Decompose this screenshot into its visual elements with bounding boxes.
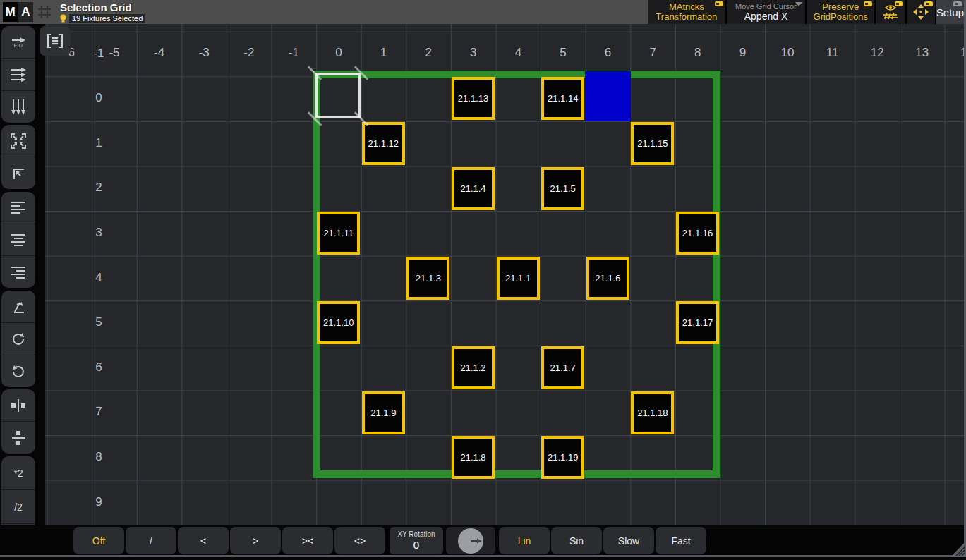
encoder-bar-button-outward[interactable]: <> — [334, 527, 385, 554]
fixture-id-label: 21.1.6 — [595, 273, 620, 284]
bulb-icon — [59, 14, 67, 23]
grid-column-label: 4 — [496, 46, 541, 60]
grid-column-label: 1 — [361, 46, 406, 60]
grid-column-label: 7 — [630, 46, 675, 60]
pack-center-icon — [10, 133, 27, 150]
encoder-bar-button-sin[interactable]: Sin — [551, 527, 602, 554]
grid-cursor-cell[interactable] — [585, 71, 631, 121]
grid-row-label: 9 — [89, 495, 109, 509]
grid-column-label: 10 — [765, 46, 810, 60]
sidebar-button-pack-center[interactable] — [1, 125, 35, 157]
fixture-cell[interactable]: 21.1.14 — [541, 77, 584, 120]
knob-icon — [457, 528, 484, 554]
fixture-cell[interactable]: 21.1.11 — [317, 212, 360, 255]
fixture-id-label: 21.1.19 — [548, 452, 578, 463]
grid-column-label: 6 — [586, 46, 631, 60]
grid-select-button[interactable] — [40, 26, 71, 56]
grid-row-label: 5 — [89, 315, 109, 329]
arrange-y-icon — [11, 98, 26, 116]
topbar-actions: MAtricks Transformation Move Grid Cursor… — [648, 0, 964, 25]
xy-rotation-encoder[interactable]: XY Rotation 0 — [390, 527, 443, 554]
fixture-cell[interactable]: 21.1.4 — [452, 167, 495, 210]
fixture-cell[interactable]: 21.1.7 — [541, 346, 584, 389]
grid-column-label: 13 — [900, 46, 945, 60]
grid-row-label: 8 — [89, 450, 109, 464]
sidebar-button-arrange-x[interactable] — [1, 59, 35, 91]
fixture-cell[interactable]: 21.1.1 — [497, 257, 540, 300]
grid-column-label: -1 — [272, 46, 317, 60]
grid-row-label: 7 — [89, 405, 109, 419]
grid-row-label: 3 — [89, 226, 109, 240]
fixture-id-label: 21.1.7 — [550, 363, 576, 373]
align-center-icon — [10, 233, 27, 246]
fixture-cell[interactable]: 21.1.17 — [676, 301, 719, 344]
visibility-grid-button[interactable] — [876, 0, 905, 24]
grid-cursor[interactable] — [315, 73, 361, 118]
encoder-bar-button-lin[interactable]: Lin — [499, 527, 550, 554]
sidebar-button-multiply-2[interactable]: *2 — [1, 456, 35, 490]
grid-column-label: 2 — [406, 46, 451, 60]
fixture-cell[interactable]: 21.1.10 — [317, 301, 360, 344]
sidebar-button-mirror-x[interactable] — [1, 389, 35, 422]
dropdown-arrow-icon — [795, 2, 802, 6]
sidebar-button-rotate-ccw[interactable] — [1, 355, 35, 387]
ma-logo-a: A — [18, 2, 33, 22]
swipe-indicator-icon — [895, 1, 903, 6]
fixture-id-label: 21.1.13 — [458, 93, 488, 104]
swipe-indicator-icon — [953, 1, 962, 6]
setup-button[interactable]: Setup — [936, 0, 964, 24]
fixture-id-label: 21.1.3 — [416, 273, 441, 284]
rotate-ccw-icon — [10, 363, 27, 380]
cursor-whisker — [308, 66, 322, 80]
sidebar-button-divide-2[interactable]: /2 — [1, 490, 35, 524]
sidebar-button-align-right[interactable] — [1, 256, 35, 288]
align-corner-icon — [10, 165, 27, 182]
sidebar-button-mirror-y[interactable] — [1, 422, 35, 454]
fixture-cell[interactable]: 21.1.19 — [541, 436, 584, 479]
fixture-cell[interactable]: 21.1.5 — [541, 167, 584, 210]
preserve-gridpositions-button[interactable]: Preserve GridPositions — [807, 0, 874, 24]
encoder-bar-button-slow[interactable]: Slow — [603, 527, 654, 554]
tool-sidebar: FID — [0, 24, 45, 525]
fixture-cell[interactable]: 21.1.8 — [452, 436, 495, 479]
fixture-cell[interactable]: 21.1.12 — [362, 122, 405, 165]
fixture-cell[interactable]: 21.1.3 — [406, 257, 449, 300]
move-grid-cursor-dropdown[interactable]: Move Grid Cursor Append X — [727, 0, 806, 24]
encoder-bar-button-step-left[interactable]: < — [178, 527, 229, 554]
encoder-bar-button-fast[interactable]: Fast — [656, 527, 706, 554]
grid-column-label: 8 — [675, 46, 720, 60]
fixture-id-label: 21.1.12 — [368, 138, 399, 149]
swipe-indicator-icon — [864, 1, 872, 6]
sidebar-button-arrange-y[interactable] — [1, 91, 35, 123]
resize-handle[interactable] — [950, 541, 966, 560]
fixture-cell[interactable]: 21.1.2 — [452, 346, 495, 389]
encoder-bar-button-slash[interactable]: / — [126, 527, 176, 554]
rotation-knob[interactable] — [446, 527, 495, 554]
fixture-cell[interactable]: 21.1.16 — [676, 212, 719, 255]
fixture-id-label: 21.1.1 — [505, 273, 531, 284]
matricks-transformation-button[interactable]: MAtricks Transformation — [648, 0, 725, 24]
mirror-x-icon — [10, 399, 27, 412]
fixture-cell[interactable]: 21.1.15 — [631, 122, 674, 165]
fixture-id-label: 21.1.4 — [460, 183, 485, 194]
sidebar-button-align-center[interactable] — [1, 224, 35, 257]
encoder-bar-button-off[interactable]: Off — [73, 527, 124, 554]
xy-rotation-value: 0 — [413, 539, 419, 551]
move-window-button[interactable] — [907, 0, 935, 24]
selection-grid-canvas[interactable]: -6-5-4-3-2-101234567891011121314-1012345… — [45, 24, 964, 525]
sidebar-button-arrange-fid[interactable]: FID — [1, 26, 35, 59]
encoder-bar-button-step-right[interactable]: > — [230, 527, 281, 554]
grid-column-label: -2 — [227, 46, 272, 60]
encoder-bar-button-inward[interactable]: >< — [282, 527, 333, 554]
sidebar-button-shear-angle[interactable] — [1, 291, 35, 323]
sidebar-button-rotate-cw[interactable] — [1, 323, 35, 355]
fixture-id-label: 21.1.15 — [637, 138, 668, 149]
fixture-cell[interactable]: 21.1.13 — [452, 77, 495, 120]
ma-logo-m: M — [3, 2, 18, 22]
fixture-cell[interactable]: 21.1.18 — [631, 391, 674, 434]
fixture-cell[interactable]: 21.1.6 — [586, 257, 629, 300]
fixture-cell[interactable]: 21.1.9 — [362, 391, 405, 434]
status-fixtures-selected: 19 Fixtures Selected — [69, 14, 145, 23]
sidebar-button-align-corner[interactable] — [1, 157, 35, 189]
sidebar-button-align-left[interactable] — [1, 192, 35, 224]
